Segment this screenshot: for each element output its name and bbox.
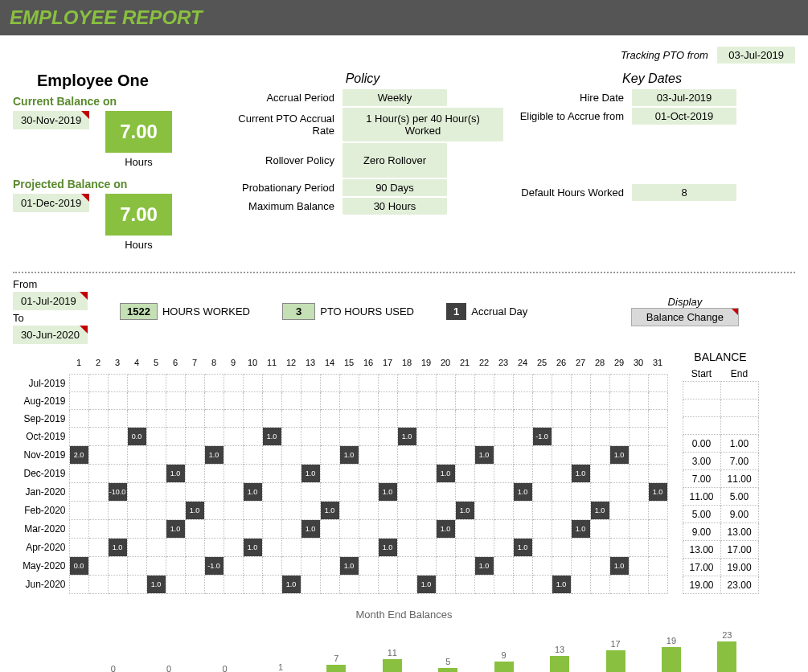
calendar-cell: [146, 410, 166, 428]
chart-value-label: 17: [588, 639, 643, 649]
calendar-cell: [455, 446, 474, 465]
calendar-cell: [262, 410, 281, 428]
probation-value: 90 Days: [342, 179, 447, 196]
day-header: 31: [648, 350, 667, 375]
day-header: 22: [474, 350, 494, 375]
current-balance-date[interactable]: 30-Nov-2019: [13, 111, 89, 129]
display-selector[interactable]: Balance Change: [631, 308, 739, 326]
calendar-cell: -10.0: [108, 483, 127, 502]
calendar-cell: [301, 428, 320, 446]
chart-bar: 17: [588, 639, 643, 672]
day-header: 24: [513, 350, 532, 375]
calendar-cell: [108, 375, 127, 392]
calendar-cell: [494, 557, 513, 576]
calendar-cell: [590, 375, 609, 392]
calendar-cell: [243, 557, 262, 576]
calendar-cell: 1.0: [301, 465, 320, 483]
calendar-cell: [146, 375, 166, 392]
chart-value-label: 0: [197, 664, 252, 672]
day-header: 9: [224, 350, 243, 375]
calendar-cell: [513, 410, 532, 428]
calendar-cell: [571, 428, 590, 446]
to-date[interactable]: 30-Jun-2020: [13, 326, 88, 344]
calendar-cell: 1.0: [378, 483, 397, 502]
calendar-cell: [127, 410, 146, 428]
calendar-cell: [571, 375, 590, 392]
calendar-cell: [552, 520, 571, 539]
calendar-cell: [590, 465, 609, 483]
calendar-cell: [69, 502, 88, 520]
calendar-cell: [166, 375, 185, 392]
max-balance-label: Maximum Balance: [222, 200, 342, 212]
month-label: Nov-2019: [13, 446, 69, 465]
calendar-cell: [532, 557, 552, 576]
calendar-cell: [648, 539, 667, 557]
calendar-cell: [436, 539, 455, 557]
calendar-cell: [494, 483, 513, 502]
calendar-cell: [166, 410, 185, 428]
calendar-cell: [204, 375, 224, 392]
calendar-cell: [416, 375, 436, 392]
calendar-cell: [69, 375, 88, 392]
calendar-cell: [513, 446, 532, 465]
calendar-cell: [127, 576, 146, 594]
calendar-cell: [262, 557, 281, 576]
month-label: Oct-2019: [13, 428, 69, 446]
calendar-cell: [243, 375, 262, 392]
balance-start-cell: 17.00: [683, 559, 720, 576]
calendar-cell: [532, 465, 552, 483]
day-header: 8: [204, 350, 224, 375]
calendar-cell: [455, 520, 474, 539]
calendar-cell: [436, 375, 455, 392]
calendar-cell: [609, 539, 629, 557]
calendar-cell: [648, 502, 667, 520]
calendar-cell: [455, 392, 474, 410]
calendar-cell: [88, 483, 108, 502]
calendar-cell: [281, 539, 301, 557]
calendar-cell: [301, 557, 320, 576]
calendar-cell: [108, 446, 127, 465]
day-header: 19: [416, 350, 436, 375]
calendar-cell: [629, 428, 648, 446]
calendar-cell: [88, 410, 108, 428]
calendar-cell: [455, 576, 474, 594]
balance-end-cell: 17.00: [720, 541, 758, 559]
calendar-cell: [320, 520, 339, 539]
calendar-cell: 1.0: [397, 428, 416, 446]
calendar-cell: [609, 392, 629, 410]
calendar-cell: [359, 483, 378, 502]
calendar-cell: [513, 502, 532, 520]
calendar-cell: [69, 428, 88, 446]
calendar-cell: [629, 502, 648, 520]
calendar-cell: [320, 446, 339, 465]
calendar-cell: [359, 410, 378, 428]
balance-start-cell: 9.00: [683, 523, 720, 541]
month-label: Jul-2019: [13, 375, 69, 392]
balance-start-cell: 3.00: [683, 453, 720, 470]
calendar-cell: 1.0: [474, 557, 494, 576]
calendar-cell: [281, 465, 301, 483]
calendar-cell: [146, 428, 166, 446]
calendar-cell: [378, 557, 397, 576]
calendar-cell: [339, 520, 359, 539]
calendar-cell: [339, 410, 359, 428]
calendar-cell: [301, 483, 320, 502]
day-header: 17: [378, 350, 397, 375]
projected-balance-date[interactable]: 01-Dec-2019: [13, 194, 89, 212]
calendar-cell: [127, 392, 146, 410]
calendar-cell: [204, 392, 224, 410]
calendar-cell: [185, 557, 204, 576]
accrual-day-value: 1: [446, 303, 466, 320]
day-header: 20: [436, 350, 455, 375]
calendar-cell: [494, 392, 513, 410]
from-date[interactable]: 01-Jul-2019: [13, 292, 88, 310]
calendar-cell: [552, 483, 571, 502]
balance-table: StartEnd0.001.003.007.007.0011.0011.005.…: [683, 367, 759, 594]
calendar-cell: [127, 483, 146, 502]
calendar-cell: [571, 446, 590, 465]
balance-end-cell: [720, 400, 758, 417]
calendar-cell: [359, 502, 378, 520]
calendar-cell: 1.0: [301, 520, 320, 539]
calendar-cell: [224, 446, 243, 465]
chart-value-label: 13: [531, 645, 587, 654]
